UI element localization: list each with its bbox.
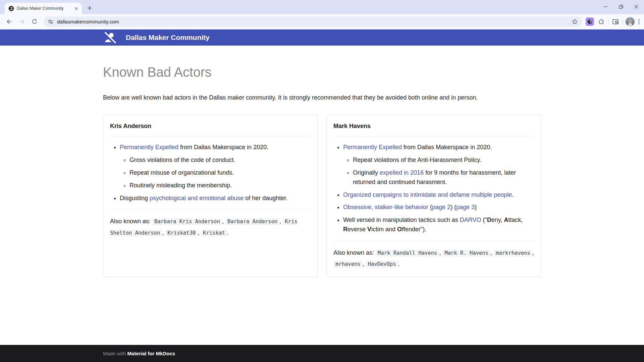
tab-strip: Dallas Maker Community <box>0 0 644 14</box>
bold-text: O <box>397 226 402 233</box>
aka-line: Also known as: Barbara Kris Anderson, Ba… <box>110 216 311 238</box>
card-title: Kris Anderson <box>110 123 311 130</box>
alias-chip: mrhavens <box>333 261 363 268</box>
list-item: Repeat misuse of organizational funds. <box>129 168 311 178</box>
bad-actor-card: Mark HavensPermanently Expelled from Dal… <box>326 115 541 277</box>
address-bar[interactable]: dallasmakercommunity.com <box>44 16 582 27</box>
window-minimize-button[interactable] <box>598 0 613 13</box>
text-run: ffender"). <box>402 226 426 233</box>
back-button[interactable] <box>3 16 15 27</box>
aka-label: Also known as: <box>110 218 152 225</box>
list-item: Routinely misleading the membership. <box>129 181 311 190</box>
content-link[interactable]: Organized campaigns to intimidate and de… <box>343 191 512 198</box>
alias-chip: Mark Randall Havens <box>376 250 439 257</box>
content-link[interactable]: DARVO <box>460 217 481 223</box>
bold-text: D <box>487 217 491 223</box>
site-logo-person-off-icon[interactable] <box>103 31 116 44</box>
separator: , <box>162 229 165 236</box>
text-run: Originally <box>353 169 380 176</box>
bullet-list: Gross violations of the code of conduct.… <box>120 156 311 190</box>
content-link[interactable]: Permanently Expelled <box>343 144 402 150</box>
window-controls <box>598 0 644 13</box>
forward-button[interactable] <box>16 16 28 27</box>
content-link[interactable]: page 3 <box>456 204 475 210</box>
divider <box>110 136 311 136</box>
content-link[interactable]: expelled in 2016 <box>380 169 424 176</box>
profile-avatar[interactable] <box>626 17 635 26</box>
separator: , <box>363 260 366 267</box>
bold-text: A <box>504 217 508 223</box>
page-title: Known Bad Actors <box>103 64 541 80</box>
content-link[interactable]: Permanently Expelled <box>120 144 178 150</box>
text-run: from Dallas Makerspace in 2020. <box>178 144 268 150</box>
list-item: Organized campaigns to intimidate and de… <box>343 190 534 200</box>
footer-generator-link[interactable]: Material for MkDocs <box>127 351 175 356</box>
text-run: Repeat violations of the Anti-Harassment… <box>353 157 481 163</box>
url-text[interactable]: dallasmakercommunity.com <box>57 19 567 24</box>
toolbar-divider <box>623 18 623 25</box>
card-title: Mark Havens <box>333 123 534 130</box>
bookmark-star-icon[interactable] <box>571 17 579 26</box>
list-item: Permanently Expelled from Dallas Makersp… <box>120 143 311 190</box>
alias-chip: Barbara Kris Anderson <box>152 218 222 225</box>
toolbar-right-cluster <box>586 17 641 26</box>
alias-chip: Kriskat30 <box>165 230 198 237</box>
browser-window: Dallas Maker Community <box>0 0 644 362</box>
aka-line: Also known as: Mark Randall Havens, Mark… <box>333 247 534 270</box>
separator: , <box>198 229 201 236</box>
bullet-list: Repeat violations of the Anti-Harassment… <box>343 156 534 187</box>
browser-toolbar: dallasmakercommunity.com <box>0 14 644 29</box>
alias-chip: Barbara Anderson <box>225 218 279 225</box>
alias-chip: markrhavens <box>494 250 532 257</box>
separator: , <box>222 218 225 225</box>
list-item: Obsessive, stalker-like behavior (page 2… <box>343 203 534 212</box>
reload-button[interactable] <box>29 16 40 27</box>
separator: . <box>398 260 400 267</box>
list-item: Well versed in manipulation tactics such… <box>343 216 534 234</box>
text-run: Well versed in manipulation tactics such… <box>343 217 460 223</box>
page-content: Known Bad Actors Below are well known ba… <box>0 46 644 345</box>
list-item: Permanently Expelled from Dallas Makersp… <box>343 143 534 187</box>
text-run: ( <box>428 204 432 210</box>
alias-chip: Kriskat <box>201 230 227 237</box>
site-info-icon[interactable] <box>48 19 54 24</box>
separator: , <box>532 249 534 256</box>
window-close-button[interactable] <box>629 0 644 13</box>
text-run: from Dallas Makerspace in 2020. <box>402 144 492 150</box>
bold-text: V <box>367 226 371 233</box>
divider <box>333 241 534 241</box>
browser-menu-icon[interactable] <box>637 18 641 25</box>
content-link[interactable]: Obsessive, stalker-like behavior <box>343 204 428 210</box>
list-item: Repeat violations of the Anti-Harassment… <box>353 156 534 165</box>
side-search-icon[interactable] <box>611 18 620 26</box>
text-run: ) <box>475 204 477 210</box>
extensions-puzzle-icon[interactable] <box>597 17 605 26</box>
tab-close-icon[interactable] <box>73 5 79 11</box>
separator: , <box>279 218 283 225</box>
list-item: Disgusting psychological and emotional a… <box>120 194 311 203</box>
bad-actor-cards-grid: Kris AndersonPermanently Expelled from D… <box>103 115 541 277</box>
text-run: eny, <box>491 217 504 223</box>
bold-text: R <box>343 226 347 233</box>
text-run: everse <box>347 226 367 233</box>
window-restore-button[interactable] <box>613 0 629 13</box>
bullet-list: Permanently Expelled from Dallas Makersp… <box>333 143 534 234</box>
page-footer: Made with Material for MkDocs <box>0 345 644 362</box>
list-item: Gross violations of the code of conduct. <box>129 156 311 165</box>
aka-label: Also known as: <box>333 249 376 256</box>
content-link[interactable]: page 2 <box>432 204 450 210</box>
text-run: ) ( <box>450 204 456 210</box>
content-link[interactable]: psychological and emotional abuse <box>150 195 244 201</box>
separator: , <box>439 249 442 256</box>
text-run: Routinely misleading the membership. <box>129 182 232 189</box>
new-tab-button[interactable] <box>85 3 95 13</box>
browser-tab[interactable]: Dallas Maker Community <box>5 3 82 14</box>
site-title[interactable]: Dallas Maker Community <box>126 34 210 42</box>
separator: , <box>490 249 494 256</box>
text-run: Repeat misuse of organizational funds. <box>129 169 234 176</box>
screenshot-extension-icon[interactable] <box>586 17 594 26</box>
divider <box>110 209 311 209</box>
footer-made-with: Made with <box>103 351 127 356</box>
text-run: . <box>512 191 514 198</box>
list-item: Originally expelled in 2016 for 9 months… <box>353 168 534 187</box>
